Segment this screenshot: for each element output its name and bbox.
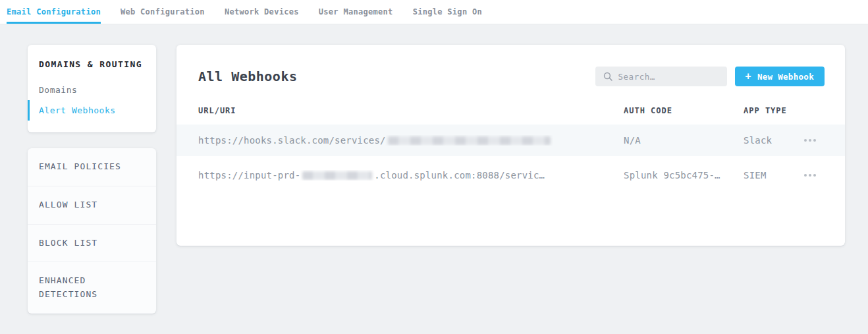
row-actions-ellipsis-icon[interactable] — [803, 135, 825, 146]
tab-user-management[interactable]: User Management — [319, 0, 393, 24]
search-box[interactable] — [595, 67, 727, 86]
sidebar-item-email-policies[interactable]: EMAIL POLICIES — [28, 148, 156, 186]
auth-code-cell: N/A — [624, 135, 744, 146]
sidebar-section-title: DOMAINS & ROUTING — [28, 59, 156, 69]
sidebar-item-enhanced-detections[interactable]: ENHANCED DETECTIONS — [28, 262, 156, 314]
page: Email Configuration Web Configuration Ne… — [0, 0, 868, 334]
column-header-auth-code: AUTH CODE — [624, 106, 744, 115]
search-icon — [603, 72, 612, 81]
new-webhook-button[interactable]: + New Webhook — [735, 67, 825, 86]
sidebar-item-allow-list[interactable]: ALLOW LIST — [28, 186, 156, 225]
plus-icon: + — [746, 72, 751, 82]
webhook-url-text: https://hooks.slack.com/services/ — [198, 135, 386, 146]
app-type-cell: Slack — [744, 135, 803, 146]
sidebar-sections-card: EMAIL POLICIES ALLOW LIST BLOCK LIST ENH… — [28, 148, 156, 314]
sidebar-item-alert-webhooks[interactable]: Alert Webhooks — [28, 100, 156, 121]
table-row: https://hooks.slack.com/services/ N/A Sl… — [176, 125, 845, 156]
redacted-blur-block — [388, 136, 551, 145]
column-header-app-type: APP TYPE — [744, 106, 803, 115]
panel-header: All Webhooks + New Webhook — [176, 45, 845, 101]
tab-network-devices[interactable]: Network Devices — [225, 0, 299, 24]
tab-email-configuration[interactable]: Email Configuration — [7, 0, 101, 24]
webhook-url-cell: https://hooks.slack.com/services/ — [198, 135, 624, 146]
row-actions-ellipsis-icon[interactable] — [803, 170, 825, 181]
webhook-url-text: .cloud.splunk.com:8088/servic… — [374, 170, 545, 181]
all-webhooks-panel: All Webhooks + New Webhook URL/URI AUTH … — [176, 45, 845, 246]
search-input[interactable] — [618, 72, 719, 82]
redacted-blur-block — [302, 171, 372, 180]
sidebar-item-domains[interactable]: Domains — [28, 80, 156, 100]
webhook-url-cell: https://input-prd- .cloud.splunk.com:808… — [198, 170, 624, 181]
top-nav: Email Configuration Web Configuration Ne… — [0, 0, 868, 24]
webhook-url-text: https://input-prd- — [198, 170, 300, 181]
sidebar-domains-routing-card: DOMAINS & ROUTING Domains Alert Webhooks — [28, 45, 156, 132]
column-header-url-uri: URL/URI — [198, 106, 624, 115]
header-actions: + New Webhook — [595, 67, 825, 86]
sidebar-item-block-list[interactable]: BLOCK LIST — [28, 225, 156, 263]
table-row: https://input-prd- .cloud.splunk.com:808… — [176, 156, 845, 194]
page-title: All Webhooks — [198, 69, 298, 84]
new-webhook-button-label: New Webhook — [757, 72, 814, 82]
tab-single-sign-on[interactable]: Single Sign On — [413, 0, 482, 24]
tab-web-configuration[interactable]: Web Configuration — [121, 0, 205, 24]
table-header: URL/URI AUTH CODE APP TYPE — [176, 101, 845, 125]
app-type-cell: SIEM — [744, 170, 803, 181]
auth-code-cell: Splunk 9c5bc475-… — [624, 170, 744, 181]
